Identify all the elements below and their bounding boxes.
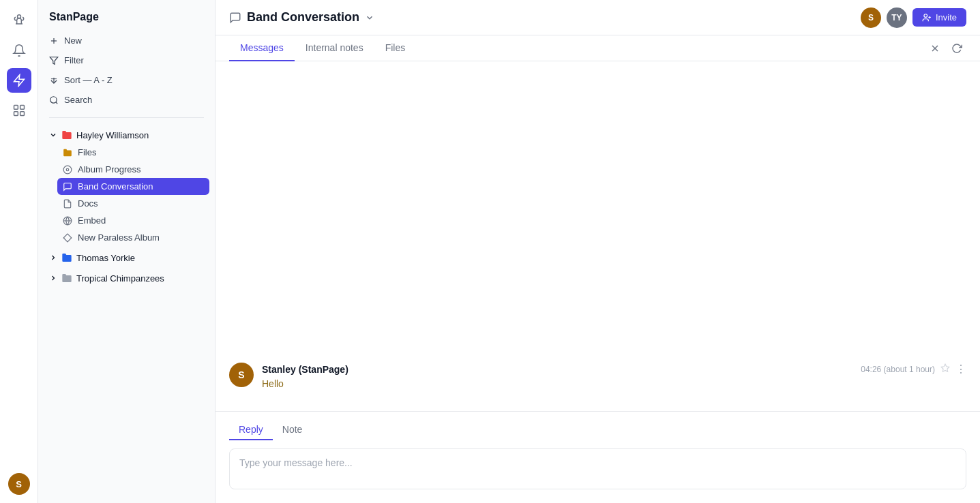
message-sender: Stanley (StanPage) xyxy=(262,364,348,375)
svg-marker-16 xyxy=(63,234,72,242)
sort-button[interactable]: Sort — A - Z xyxy=(44,71,209,89)
user-avatar[interactable]: S xyxy=(8,473,30,495)
avatar-s[interactable]: S xyxy=(861,7,881,28)
svg-marker-7 xyxy=(50,57,58,64)
new-button[interactable]: New xyxy=(44,31,209,50)
chef-hat-icon[interactable] xyxy=(7,8,31,33)
sidebar-item-embed[interactable]: Embed xyxy=(57,212,209,229)
svg-point-17 xyxy=(924,14,927,17)
message-time: 04:26 (about 1 hour) xyxy=(861,365,935,374)
folder-icon-gray xyxy=(61,273,72,284)
new-paraless-album-label: New Paraless Album xyxy=(78,232,160,243)
close-button[interactable] xyxy=(925,39,945,58)
doc-icon xyxy=(63,199,72,209)
svg-point-12 xyxy=(63,166,72,174)
sidebar-divider xyxy=(49,117,204,118)
sidebar-item-album-progress[interactable]: Album Progress xyxy=(57,161,209,178)
reply-tab-reply[interactable]: Reply xyxy=(229,420,273,440)
album-progress-label: Album Progress xyxy=(78,164,140,174)
sidebar-brand: StanPage xyxy=(38,0,215,31)
icon-bar: S xyxy=(0,0,38,503)
sidebar-item-band-conversation[interactable]: Band Conversation xyxy=(57,178,209,195)
tree-group-header-hayley[interactable]: Hayley Williamson xyxy=(44,126,209,144)
activity-icon[interactable] xyxy=(7,68,31,93)
reply-tabs: Reply Note xyxy=(229,420,966,440)
refresh-button[interactable] xyxy=(947,39,966,58)
reply-placeholder: Type your message here... xyxy=(239,457,353,468)
close-icon xyxy=(930,43,940,54)
tree-group-header-thomas[interactable]: Thomas Yorkie xyxy=(44,249,209,266)
sidebar-item-docs[interactable]: Docs xyxy=(57,195,209,212)
sidebar-tree: Hayley Williamson Files Album Progress xyxy=(38,121,215,503)
album-icon xyxy=(63,165,72,174)
star-icon[interactable] xyxy=(940,363,950,375)
diamond-icon xyxy=(63,233,72,243)
search-icon xyxy=(49,95,59,105)
search-button[interactable]: Search xyxy=(44,91,209,109)
embed-icon xyxy=(63,216,72,226)
tab-messages[interactable]: Messages xyxy=(229,35,295,61)
reply-tab-note[interactable]: Note xyxy=(273,420,312,440)
svg-point-13 xyxy=(66,168,69,171)
folder-icon-red xyxy=(61,129,72,140)
filter-icon xyxy=(49,56,59,65)
message-header-row: Stanley (StanPage) 04:26 (about 1 hour) … xyxy=(262,363,966,376)
sidebar: StanPage New Filter Sort — A - Z xyxy=(38,0,216,503)
sidebar-actions: New Filter Sort — A - Z Search xyxy=(38,31,215,115)
sort-label: Sort — A - Z xyxy=(64,75,113,85)
tabs-bar: Messages Internal notes Files xyxy=(216,35,980,61)
file-icon xyxy=(63,148,72,157)
new-label: New xyxy=(64,35,82,46)
reply-area: Reply Note Type your message here... xyxy=(216,411,980,503)
thomas-yorkie-label: Thomas Yorkie xyxy=(76,253,135,263)
svg-line-11 xyxy=(56,102,58,104)
filter-button[interactable]: Filter xyxy=(44,51,209,70)
hayley-williamson-label: Hayley Williamson xyxy=(76,130,149,140)
svg-rect-3 xyxy=(14,112,18,116)
chevron-down-icon[interactable] xyxy=(365,13,374,22)
invite-icon xyxy=(922,13,932,22)
message-avatar: S xyxy=(229,363,254,387)
avatar-ty[interactable]: TY xyxy=(887,7,907,28)
refresh-icon xyxy=(951,43,962,54)
svg-rect-4 xyxy=(20,112,24,116)
more-icon[interactable]: ⋮ xyxy=(955,363,966,376)
docs-label: Docs xyxy=(78,198,98,209)
svg-point-10 xyxy=(50,96,57,102)
svg-marker-0 xyxy=(14,75,24,87)
files-label: Files xyxy=(78,147,96,157)
header-title: Band Conversation xyxy=(247,10,359,25)
message-text: Hello xyxy=(262,378,966,389)
message-area: S Stanley (StanPage) 04:26 (about 1 hour… xyxy=(216,61,980,411)
chevron-down-icon xyxy=(49,131,57,139)
message-item: S Stanley (StanPage) 04:26 (about 1 hour… xyxy=(229,354,966,397)
tree-group-header-tropical[interactable]: Tropical Chimpanzees xyxy=(44,269,209,287)
chat-icon xyxy=(63,182,72,192)
tree-group-hayley: Hayley Williamson Files Album Progress xyxy=(44,126,209,246)
chevron-right-icon-2 xyxy=(49,274,57,282)
invite-button[interactable]: Invite xyxy=(912,8,966,27)
message-meta: 04:26 (about 1 hour) ⋮ xyxy=(861,363,966,376)
folder-icon-blue xyxy=(61,252,72,263)
grid-icon[interactable] xyxy=(7,98,31,123)
bell-icon[interactable] xyxy=(7,38,31,63)
svg-marker-22 xyxy=(941,364,949,371)
svg-rect-2 xyxy=(20,106,24,110)
reply-input[interactable]: Type your message here... xyxy=(229,448,966,489)
conversation-icon xyxy=(229,12,241,24)
icon-bar-bottom: S xyxy=(8,473,30,495)
main-content: Band Conversation S TY Invite Messages I… xyxy=(216,0,980,503)
sort-icon xyxy=(49,76,59,85)
tree-children-hayley: Files Album Progress Band Conversation xyxy=(44,144,209,246)
icon-bar-top xyxy=(7,8,31,468)
sidebar-item-files[interactable]: Files xyxy=(57,144,209,161)
main-header: Band Conversation S TY Invite xyxy=(216,0,980,35)
tab-internal-notes[interactable]: Internal notes xyxy=(295,35,374,61)
tab-files[interactable]: Files xyxy=(374,35,417,61)
band-conversation-label: Band Conversation xyxy=(78,181,153,192)
svg-rect-1 xyxy=(14,106,18,110)
filter-label: Filter xyxy=(64,55,84,65)
tropical-chimpanzees-label: Tropical Chimpanzees xyxy=(76,273,164,284)
search-label: Search xyxy=(64,95,92,105)
sidebar-item-new-paraless-album[interactable]: New Paraless Album xyxy=(57,229,209,246)
